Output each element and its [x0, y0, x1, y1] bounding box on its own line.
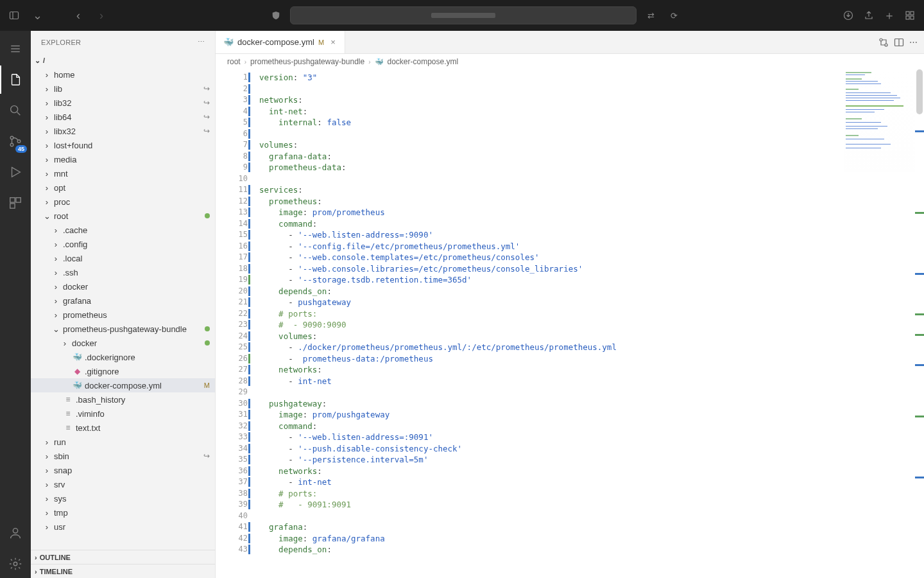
code-line[interactable]: internal: false — [259, 117, 924, 128]
folder-item[interactable]: ›snap — [31, 463, 215, 477]
split-editor-icon[interactable] — [894, 37, 904, 48]
folder-item[interactable]: ›lost+found — [31, 138, 215, 152]
code-line[interactable]: grafana: — [259, 521, 924, 533]
code-line[interactable]: prometheus-data: — [259, 162, 924, 173]
folder-item[interactable]: ›libx32↪ — [31, 124, 215, 138]
file-item[interactable]: ≡.viminfo — [31, 407, 215, 421]
panel-left-icon[interactable] — [5, 6, 23, 24]
code-line[interactable]: - pushgateway — [259, 297, 924, 308]
folder-item[interactable]: ›srv — [31, 477, 215, 491]
code-line[interactable]: - '--web.console.templates=/etc/promethe… — [259, 252, 924, 263]
code-line[interactable]: - '--persistence.interval=5m' — [259, 454, 924, 466]
shield-icon[interactable] — [267, 6, 285, 24]
crumb[interactable]: root — [227, 57, 241, 66]
folder-item[interactable]: ›run — [31, 435, 215, 449]
code-line[interactable]: int-net: — [259, 106, 924, 118]
extensions-icon[interactable] — [0, 189, 31, 217]
code-line[interactable]: # - 9091:9091 — [259, 499, 924, 511]
folder-item[interactable]: ›grafana — [31, 293, 215, 308]
folder-item[interactable]: ⌄root — [31, 209, 215, 223]
code-line[interactable]: services: — [259, 184, 924, 196]
folder-item[interactable]: ›media — [31, 152, 215, 166]
scm-icon[interactable]: 45 — [0, 127, 31, 155]
code-line[interactable]: - '--storage.tsdb.retention.time=365d' — [259, 274, 924, 286]
explorer-root-section[interactable]: ⌄ / — [31, 53, 215, 67]
breadcrumbs[interactable]: root› prometheus-pushgateway-bundle› 🐳 d… — [216, 54, 924, 69]
explorer-icon[interactable] — [0, 66, 31, 94]
layout-grid-icon[interactable] — [901, 6, 919, 24]
refresh-icon[interactable]: ⟳ — [665, 6, 683, 24]
code-line[interactable]: prometheus: — [259, 196, 924, 207]
code-line[interactable]: - '--web.listen-address=:9091' — [259, 432, 924, 443]
code-line[interactable]: # ports: — [259, 308, 924, 320]
code-line[interactable]: networks: — [259, 94, 924, 106]
folder-item[interactable]: ›opt — [31, 180, 215, 195]
plus-icon[interactable]: ＋ — [880, 6, 898, 24]
code-line[interactable]: - ./docker/prometheus/prometheus.yml/:/e… — [259, 342, 924, 353]
code-editor[interactable]: 1234567891011121314151617181920212223242… — [216, 69, 924, 578]
folder-item[interactable]: ›usr — [31, 520, 215, 534]
folder-item[interactable]: ›docker — [31, 336, 215, 350]
code-line[interactable] — [259, 128, 924, 140]
code-line[interactable]: # - 9090:9090 — [259, 319, 924, 331]
file-item[interactable]: ◆.gitignore — [31, 364, 215, 378]
folder-item[interactable]: ›lib32↪ — [31, 96, 215, 110]
code-line[interactable]: image: prom/pushgateway — [259, 409, 924, 421]
folder-item[interactable]: ⌄prometheus-pushgateway-bundle — [31, 322, 215, 336]
code-line[interactable]: version: "3" — [259, 72, 924, 83]
chevron-down-icon[interactable]: ⌄ — [28, 6, 46, 24]
close-icon[interactable]: × — [328, 37, 338, 47]
folder-item[interactable]: ›.cache — [31, 223, 215, 237]
more-icon[interactable]: ⋯ — [909, 37, 918, 47]
compare-changes-icon[interactable] — [878, 37, 889, 48]
timeline-section[interactable]: ›TIMELINE — [31, 564, 215, 578]
code-line[interactable]: image: grafana/grafana — [259, 533, 924, 545]
code-line[interactable]: networks: — [259, 364, 924, 376]
code-line[interactable]: - '--push.disable-consistency-check' — [259, 443, 924, 455]
folder-item[interactable]: ›sys — [31, 491, 215, 505]
download-icon[interactable] — [839, 6, 857, 24]
share-icon[interactable] — [860, 6, 878, 24]
file-item[interactable]: ≡text.txt — [31, 421, 215, 435]
nav-back-icon[interactable]: ‹ — [69, 6, 87, 24]
search-activity-icon[interactable] — [0, 96, 31, 125]
gear-icon[interactable] — [0, 550, 31, 578]
folder-item[interactable]: ›tmp — [31, 505, 215, 520]
code-line[interactable] — [259, 511, 924, 522]
folder-item[interactable]: ›.ssh — [31, 265, 215, 279]
code-line[interactable]: pushgateway: — [259, 398, 924, 410]
file-item[interactable]: 🐳.dockerignore — [31, 350, 215, 364]
tab-docker-compose[interactable]: 🐳 docker-compose.yml M × — [216, 31, 345, 53]
scroll-thumb[interactable] — [916, 69, 923, 114]
code-line[interactable]: networks: — [259, 466, 924, 477]
crumb[interactable]: docker-compose.yml — [388, 57, 459, 66]
folder-item[interactable]: ›mnt — [31, 166, 215, 180]
file-item[interactable]: ≡.bash_history — [31, 392, 215, 407]
run-debug-icon[interactable] — [0, 158, 31, 186]
folder-item[interactable]: ›docker — [31, 279, 215, 293]
folder-item[interactable]: ›proc — [31, 195, 215, 209]
code-content[interactable]: version: "3"networks: int-net: internal:… — [254, 69, 924, 578]
crumb[interactable]: prometheus-pushgateway-bundle — [250, 57, 364, 66]
code-line[interactable]: - int-net — [259, 376, 924, 387]
folder-item[interactable]: ›lib64↪ — [31, 110, 215, 124]
menu-icon[interactable] — [0, 35, 31, 63]
code-line[interactable]: image: prom/prometheus — [259, 207, 924, 218]
more-icon[interactable]: ⋯ — [198, 38, 205, 46]
code-line[interactable]: # ports: — [259, 488, 924, 500]
folder-item[interactable]: ›lib↪ — [31, 82, 215, 96]
code-line[interactable]: - '--web.console.libraries=/etc/promethe… — [259, 263, 924, 275]
code-line[interactable] — [259, 83, 924, 95]
code-line[interactable] — [259, 173, 924, 185]
code-line[interactable]: - '--config.file=/etc/prometheus/prometh… — [259, 241, 924, 252]
file-item[interactable]: 🐳docker-compose.ymlM — [31, 378, 215, 392]
account-icon[interactable] — [0, 519, 31, 547]
outline-section[interactable]: ›OUTLINE — [31, 550, 215, 564]
code-line[interactable]: depends_on: — [259, 544, 924, 556]
nav-forward-icon[interactable]: › — [92, 6, 110, 24]
code-line[interactable]: command: — [259, 421, 924, 432]
translate-icon[interactable]: ⇄ — [642, 6, 660, 24]
code-line[interactable]: volumes: — [259, 331, 924, 342]
folder-item[interactable]: ›.local — [31, 251, 215, 265]
code-line[interactable]: - prometheus-data:/prometheus — [259, 353, 924, 365]
